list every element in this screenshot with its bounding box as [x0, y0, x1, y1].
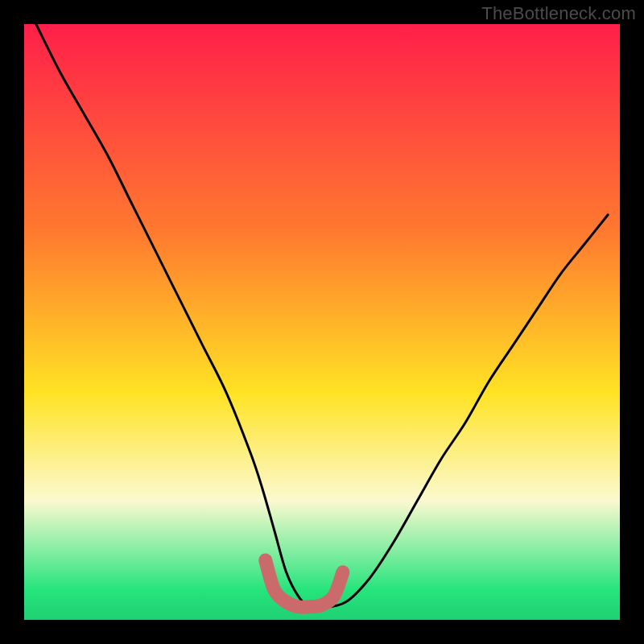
bottleneck-plot [0, 0, 644, 644]
chart-stage: TheBottleneck.com [0, 0, 644, 644]
plot-background [24, 24, 620, 620]
watermark-label: TheBottleneck.com [481, 3, 636, 24]
